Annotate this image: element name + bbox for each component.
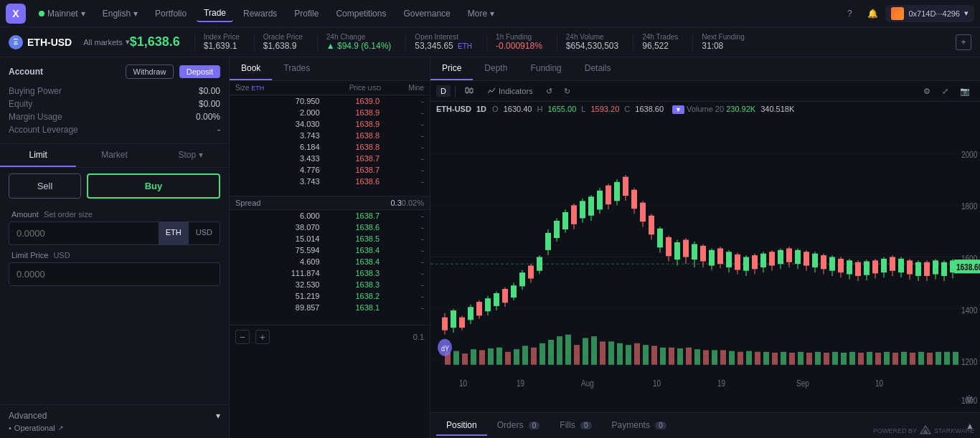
svg-rect-3: [470, 89, 473, 92]
unit-eth[interactable]: ETH: [159, 222, 189, 244]
tab-position[interactable]: Position: [436, 416, 487, 436]
fullscreen-button[interactable]: ⤢: [938, 85, 953, 97]
svg-rect-204: [953, 352, 958, 365]
app-logo[interactable]: X: [6, 4, 26, 24]
svg-rect-128: [881, 259, 887, 272]
nav-portfolio[interactable]: Portfolio: [148, 6, 194, 22]
tab-funding[interactable]: Funding: [519, 57, 573, 80]
book-tabs: Book Trades: [230, 57, 430, 81]
svg-text:19: 19: [517, 379, 524, 388]
tab-stop[interactable]: Stop ▾: [153, 144, 229, 167]
chevron-down-icon: ▾: [216, 411, 220, 421]
svg-rect-181: [608, 341, 614, 364]
tab-price[interactable]: Price: [430, 57, 473, 80]
bid-row: 38.070 1638.6 -: [230, 222, 430, 233]
indicators-button[interactable]: Indicators: [481, 85, 539, 97]
unit-usd[interactable]: USD: [189, 222, 220, 244]
svg-rect-44: [519, 272, 525, 286]
nav-trade[interactable]: Trade: [197, 5, 233, 22]
add-market-button[interactable]: +: [956, 34, 971, 50]
tab-trades[interactable]: Trades: [272, 57, 321, 80]
svg-rect-0: [466, 88, 468, 92]
language-selector[interactable]: English ▾: [95, 6, 145, 22]
chevron-down-icon: ▾: [964, 9, 969, 18]
tab-limit[interactable]: Limit: [0, 144, 76, 167]
indicators-icon: [487, 87, 496, 95]
tab-payments[interactable]: Payments 0: [602, 416, 677, 436]
bid-row: 75.594 1638.4 -: [230, 244, 430, 256]
limit-price-input[interactable]: [9, 263, 220, 285]
svg-rect-152: [634, 343, 640, 365]
screenshot-button[interactable]: 📷: [956, 85, 974, 97]
nav-profile[interactable]: Profile: [287, 6, 326, 22]
svg-rect-96: [743, 257, 749, 271]
nav-competitions[interactable]: Competitions: [329, 6, 393, 22]
svg-rect-100: [760, 254, 766, 267]
tab-depth[interactable]: Depth: [473, 57, 519, 80]
deposit-button[interactable]: Deposit: [179, 65, 220, 78]
undo-button[interactable]: ↺: [542, 85, 557, 97]
chevron-down-icon: ▾: [81, 9, 85, 19]
help-icon[interactable]: ?: [839, 4, 859, 24]
svg-rect-159: [755, 352, 760, 365]
sell-button[interactable]: Sell: [9, 173, 81, 199]
withdraw-button[interactable]: Withdraw: [126, 65, 174, 79]
oracle-price-stat: Oracle Price $1,638.9: [254, 33, 303, 51]
advanced-toggle[interactable]: Advanced ▾: [9, 411, 220, 421]
amount-input[interactable]: [9, 222, 159, 244]
bid-row: 32.530 1638.3 -: [230, 279, 430, 290]
svg-rect-98: [752, 255, 758, 269]
spread-row: Spread 0.3 0.02%: [230, 196, 430, 210]
bid-row: 51.219 1638.2 -: [230, 290, 430, 302]
ticker-price: $1,638.6: [130, 34, 180, 49]
svg-rect-50: [545, 233, 551, 250]
svg-rect-38: [494, 293, 499, 306]
svg-rect-193: [798, 352, 804, 365]
svg-rect-156: [703, 350, 709, 364]
svg-rect-149: [531, 348, 537, 365]
chevron-down-icon: ▾: [490, 9, 494, 19]
svg-rect-56: [571, 205, 577, 224]
tab-orders[interactable]: Orders 0: [487, 416, 550, 436]
price-chart: 2000 1800 1600 1400 1200 1000 10 19 Aug …: [430, 102, 980, 412]
decrement-button[interactable]: −: [235, 330, 250, 344]
timeframe-d[interactable]: D: [436, 85, 451, 97]
chart-overlay-settings[interactable]: [964, 394, 974, 406]
tab-fills[interactable]: Fills 0: [550, 416, 601, 436]
svg-rect-48: [537, 257, 542, 271]
svg-rect-110: [804, 252, 809, 265]
svg-rect-130: [890, 257, 895, 271]
limit-price-input-group: [9, 262, 220, 286]
svg-rect-168: [927, 353, 933, 365]
settings-overlay-icon: [964, 394, 974, 404]
chart-type-button[interactable]: [460, 84, 479, 98]
svg-text:dY: dY: [441, 344, 449, 353]
redo-button[interactable]: ↻: [560, 85, 575, 97]
svg-rect-34: [476, 302, 482, 315]
svg-rect-148: [505, 352, 511, 365]
svg-rect-118: [838, 259, 844, 272]
tab-details[interactable]: Details: [573, 57, 623, 80]
tab-book[interactable]: Book: [230, 57, 272, 80]
svg-point-209: [968, 398, 971, 401]
bid-row: 4.609 1638.4 -: [230, 256, 430, 267]
nav-governance[interactable]: Governance: [396, 6, 457, 22]
svg-rect-186: [677, 348, 683, 365]
bell-icon[interactable]: 🔔: [862, 4, 882, 24]
wallet-button[interactable]: 0x714D···4296 ▾: [885, 5, 974, 22]
ask-row: 3.743 1638.6 -: [230, 176, 430, 187]
nav-rewards[interactable]: Rewards: [236, 6, 284, 22]
tab-market[interactable]: Market: [76, 144, 152, 167]
market-selector[interactable]: All markets ▾: [83, 37, 129, 47]
nav-more[interactable]: More ▾: [461, 6, 501, 22]
increment-button[interactable]: +: [255, 330, 270, 344]
candlestick-icon: [464, 85, 474, 95]
network-selector[interactable]: Mainnet ▾: [32, 6, 93, 22]
svg-rect-78: [666, 237, 672, 256]
account-section: Account Withdraw Deposit Buying Power $0…: [0, 57, 229, 144]
order-form: Amount Set order size ETH USD Limit Pric…: [0, 204, 229, 297]
chart-settings-button[interactable]: ⚙: [919, 85, 935, 97]
buy-button[interactable]: Buy: [87, 173, 220, 199]
svg-rect-163: [824, 353, 829, 365]
svg-text:19: 19: [717, 379, 725, 388]
